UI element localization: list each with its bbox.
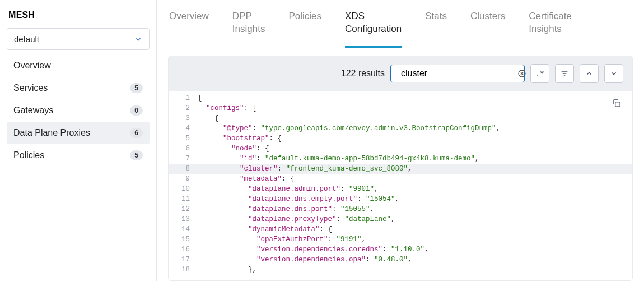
line-number: 3 — [169, 113, 198, 123]
line-number: 8 — [169, 164, 198, 174]
line-number: 15 — [169, 234, 198, 245]
count-badge: 5 — [130, 83, 143, 93]
line-source: "@type": "type.googleapis.com/envoy.admi… — [198, 123, 500, 133]
line-source: { — [198, 113, 219, 123]
search-toolbar: 122 results .* — [169, 56, 632, 91]
tab[interactable]: Clusters — [470, 10, 505, 48]
line-source: "bootstrap": { — [198, 133, 282, 144]
line-source: "metadata": { — [198, 174, 295, 184]
filter-button[interactable] — [555, 64, 574, 83]
sidebar-item-label: Policies — [13, 150, 44, 160]
chevron-down-icon — [134, 35, 142, 43]
line-source: "id": "default.kuma-demo-app-58bd7db494-… — [198, 154, 479, 164]
code-line: 16 "version.dependencies.coredns": "1.10… — [169, 245, 632, 255]
code-line: 13 "dataplane.proxyType": "dataplane", — [169, 214, 632, 224]
next-match-button[interactable] — [604, 64, 623, 83]
mesh-select-value: default — [14, 34, 39, 44]
regex-toggle[interactable]: .* — [530, 64, 549, 83]
copy-icon — [612, 98, 622, 108]
sidebar-item[interactable]: Data Plane Proxies6 — [7, 122, 150, 144]
line-source: "configs": [ — [198, 103, 256, 113]
line-source: "cluster": "frontend_kuma-demo_svc_8080"… — [198, 164, 412, 174]
xds-panel: 122 results .* 1{2 "con — [168, 56, 633, 281]
tab-bar: OverviewDPP InsightsPoliciesXDS Configur… — [168, 10, 633, 48]
line-number: 2 — [169, 103, 198, 113]
line-number: 12 — [169, 204, 198, 214]
line-number: 18 — [169, 265, 198, 275]
line-number: 6 — [169, 144, 198, 154]
line-source: { — [198, 93, 202, 103]
sidebar-nav: OverviewServices5Gateways0Data Plane Pro… — [7, 54, 150, 167]
sidebar-item[interactable]: Gateways0 — [7, 99, 150, 122]
tab[interactable]: Overview — [169, 10, 209, 48]
filter-icon — [560, 69, 569, 78]
code-line: 1{ — [169, 93, 632, 103]
code-line: 9 "metadata": { — [169, 174, 632, 184]
mesh-heading: MESH — [8, 10, 150, 20]
line-number: 10 — [169, 184, 198, 194]
sidebar-item-label: Gateways — [13, 105, 53, 116]
code-line: 11 "dataplane.dns.empty.port": "15054", — [169, 194, 632, 204]
count-badge: 6 — [130, 128, 143, 138]
code-line: 2 "configs": [ — [169, 103, 632, 113]
code-viewer: 1{2 "configs": [3 {4 "@type": "type.goog… — [169, 91, 632, 280]
line-source: "dataplane.admin.port": "9901", — [198, 184, 379, 194]
sidebar: MESH default OverviewServices5Gateways0D… — [0, 0, 157, 281]
code-line: 7 "id": "default.kuma-demo-app-58bd7db49… — [169, 154, 632, 164]
sidebar-item[interactable]: Services5 — [7, 77, 150, 99]
code-line: 12 "dataplane.dns.port": "15055", — [169, 204, 632, 214]
code-line: 14 "dynamicMetadata": { — [169, 224, 632, 234]
code-line: 3 { — [169, 113, 632, 123]
search-input-wrap[interactable] — [390, 65, 525, 82]
search-input[interactable] — [401, 68, 513, 79]
line-source: "dataplane.proxyType": "dataplane", — [198, 214, 395, 224]
code-line: 5 "bootstrap": { — [169, 133, 632, 144]
prev-match-button[interactable] — [580, 64, 599, 83]
code-line: 4 "@type": "type.googleapis.com/envoy.ad… — [169, 123, 632, 133]
line-number: 17 — [169, 255, 198, 265]
tab[interactable]: DPP Insights — [232, 10, 265, 48]
code-line: 6 "node": { — [169, 144, 632, 154]
line-source: "dataplane.dns.port": "15055", — [198, 204, 374, 214]
line-source: "dataplane.dns.empty.port": "15054", — [198, 194, 399, 204]
line-source: "node": { — [198, 144, 269, 154]
line-number: 5 — [169, 133, 198, 144]
line-number: 1 — [169, 93, 198, 103]
line-source: "opaExtAuthzPort": "9191", — [198, 234, 366, 245]
clear-search-button[interactable] — [517, 69, 526, 78]
tab[interactable]: Policies — [288, 10, 321, 48]
line-number: 4 — [169, 123, 198, 133]
sidebar-item-label: Data Plane Proxies — [13, 128, 90, 138]
line-number: 13 — [169, 214, 198, 224]
line-source: "dynamicMetadata": { — [198, 224, 332, 234]
line-number: 7 — [169, 154, 198, 164]
chevron-up-icon — [585, 70, 593, 77]
code-line: 15 "opaExtAuthzPort": "9191", — [169, 234, 632, 245]
mesh-select[interactable]: default — [7, 28, 150, 50]
sidebar-item-label: Overview — [13, 61, 51, 71]
results-count: 122 results — [341, 68, 385, 79]
tab[interactable]: Certificate Insights — [529, 10, 572, 48]
line-number: 9 — [169, 174, 198, 184]
line-source: "version.dependencies.opa": "0.48.0", — [198, 255, 412, 265]
sidebar-item-label: Services — [13, 83, 48, 93]
chevron-down-icon — [610, 70, 618, 77]
line-number: 14 — [169, 224, 198, 234]
copy-button[interactable] — [609, 95, 624, 111]
code-line: 18 }, — [169, 265, 632, 275]
close-circle-icon — [517, 69, 526, 78]
count-badge: 5 — [130, 150, 143, 160]
code-lines[interactable]: 1{2 "configs": [3 {4 "@type": "type.goog… — [169, 91, 632, 275]
tab[interactable]: Stats — [425, 10, 447, 48]
line-source: }, — [198, 265, 256, 275]
line-source: "version.dependencies.coredns": "1.10.0"… — [198, 245, 429, 255]
svg-rect-8 — [615, 102, 620, 107]
sidebar-item[interactable]: Policies5 — [7, 144, 150, 167]
line-number: 11 — [169, 194, 198, 204]
count-badge: 0 — [130, 105, 143, 116]
tab[interactable]: XDS Configuration — [345, 10, 402, 48]
code-line: 17 "version.dependencies.opa": "0.48.0", — [169, 255, 632, 265]
code-line: 10 "dataplane.admin.port": "9901", — [169, 184, 632, 194]
code-line: 8 "cluster": "frontend_kuma-demo_svc_808… — [169, 164, 632, 174]
sidebar-item[interactable]: Overview — [7, 54, 150, 77]
